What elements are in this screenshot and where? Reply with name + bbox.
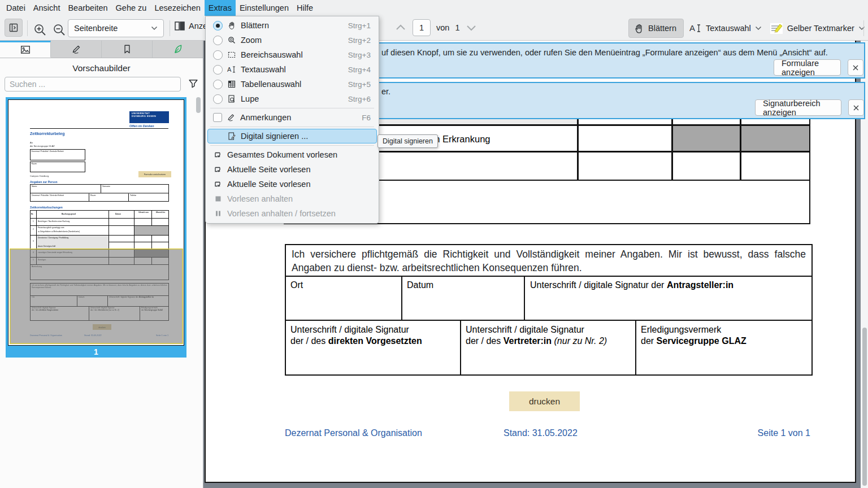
mini-field-room: Raum bbox=[30, 162, 85, 172]
sidebar: Vorschaubilder Suchen ... UNIVERSITÄTDUI… bbox=[0, 41, 203, 488]
menu-item-digital-signieren[interactable]: Digital signieren ... bbox=[207, 129, 377, 143]
green-quill-icon bbox=[173, 44, 183, 54]
menu-separator bbox=[210, 108, 374, 108]
radio-unchecked bbox=[213, 50, 223, 60]
browse-tool-button[interactable]: Blättern bbox=[628, 19, 684, 38]
next-page-icon[interactable] bbox=[465, 24, 478, 32]
menu-item-anmerkungen[interactable]: Anmerkungen F6 bbox=[207, 110, 377, 125]
menu-item-zoom[interactable]: Zoom Strg+2 bbox=[207, 33, 377, 47]
okular-window: Datei Ansicht Bearbeiten Gehe zu Lesezei… bbox=[0, 0, 868, 488]
stop-icon bbox=[213, 194, 223, 203]
menu-item-gesamtes-dokument-vorlesen[interactable]: Gesamtes Dokument vorlesen bbox=[207, 147, 377, 162]
page-of-label: von bbox=[436, 23, 449, 32]
zoom-out-icon bbox=[52, 23, 67, 37]
menu-item-textauswahl[interactable]: A Textauswahl Strg+4 bbox=[207, 62, 377, 77]
magnifier-page-icon bbox=[227, 94, 237, 103]
selection-rect-icon bbox=[227, 50, 237, 59]
zoom-in-icon bbox=[33, 23, 47, 37]
hand-icon bbox=[633, 23, 644, 34]
current-page-input[interactable]: 1 bbox=[413, 19, 431, 36]
row4-gray-cell-to bbox=[740, 125, 809, 151]
menu-separator bbox=[210, 145, 374, 146]
sidebar-scrollbar-thumb[interactable] bbox=[196, 97, 201, 113]
toolbar: Seitenbreite Anzeig 1 von 1 bbox=[0, 16, 868, 41]
thumbnail-page-number: 1 bbox=[6, 347, 186, 358]
menu-gehe-zu[interactable]: Gehe zu bbox=[112, 0, 151, 16]
print-button[interactable]: drucken bbox=[509, 391, 580, 411]
toolbar-right-group: Blättern A Textauswahl Gelber Textmarker bbox=[628, 19, 867, 38]
tab-annotations[interactable] bbox=[51, 41, 102, 58]
thumbnail-search-input[interactable]: Suchen ... bbox=[5, 77, 181, 91]
zoom-out-button[interactable] bbox=[52, 20, 67, 40]
highlighter-icon bbox=[770, 22, 783, 34]
menu-item-lupe[interactable]: Lupe Strg+6 bbox=[207, 91, 377, 106]
pen-icon bbox=[226, 113, 236, 122]
sidebar-tabs bbox=[0, 41, 203, 58]
mini-section-person: Angaben zur Person bbox=[30, 180, 58, 184]
mini-reset-button: Formular zurücksetzen bbox=[138, 171, 171, 177]
applicant-signature-label: Unterschrift / digitale Signatur der Ant… bbox=[530, 280, 734, 290]
speak-icon bbox=[213, 165, 223, 174]
tab-signatures[interactable] bbox=[153, 41, 203, 58]
show-signature-area-button[interactable]: Signaturbereich anzeigen bbox=[755, 99, 841, 116]
close-notification-button[interactable] bbox=[848, 99, 864, 116]
sidebar-panel-icon bbox=[8, 23, 19, 33]
menu-item-blaettern[interactable]: Blättern Strg+1 bbox=[207, 18, 377, 33]
menu-item-bereichsauswahl[interactable]: Bereichsauswahl Strg+3 bbox=[207, 47, 377, 62]
menu-item-aktuelle-seite-vorlesen[interactable]: Aktuelle Seite vorlesen bbox=[207, 162, 377, 177]
scrollbar-thumb[interactable] bbox=[862, 328, 867, 486]
ort-label: Ort bbox=[290, 280, 303, 290]
zoom-mode-value: Seitenbreite bbox=[74, 24, 151, 33]
mini-section-bookings: Zeitkorrekturbuchungen bbox=[30, 206, 63, 209]
sidebar-toggle-button[interactable] bbox=[5, 19, 23, 37]
search-placeholder: Suchen ... bbox=[10, 80, 45, 89]
signature-notification-text: er. bbox=[381, 87, 390, 96]
mini-field-dept: Dezernat / Fakultät / Zentrale Einheit bbox=[30, 149, 85, 160]
menu-datei[interactable]: Datei bbox=[2, 0, 29, 16]
menu-einstellungen[interactable]: Einstellungen bbox=[236, 0, 293, 16]
menu-extras[interactable]: Extras bbox=[205, 0, 236, 16]
menu-ansicht[interactable]: Ansicht bbox=[29, 0, 64, 16]
previous-page-icon[interactable] bbox=[394, 24, 407, 32]
text-selection-tool[interactable]: A Textauswahl bbox=[687, 23, 764, 33]
show-forms-button[interactable]: Formulare anzeigen bbox=[774, 59, 841, 76]
zoom-in-button[interactable] bbox=[33, 20, 47, 40]
menu-item-aktuelle-seite-vorlesen-2[interactable]: Aktuelle Seite vorlesen bbox=[207, 177, 377, 191]
hand-icon bbox=[227, 21, 237, 30]
tab-thumbnails[interactable] bbox=[0, 41, 51, 58]
supervisor-signature-label: Unterschrift / digitale Signaturder / de… bbox=[290, 324, 422, 347]
highlighter-tool[interactable]: Gelber Textmarker bbox=[767, 22, 867, 34]
radio-unchecked bbox=[213, 65, 223, 75]
menu-bearbeiten[interactable]: Bearbeiten bbox=[64, 0, 111, 16]
menu-hilfe[interactable]: Hilfe bbox=[293, 0, 317, 16]
mini-person-table: Name Vorname Dezernat / Fakultät / Zentr… bbox=[30, 184, 169, 202]
filter-icon[interactable] bbox=[188, 78, 199, 89]
text-selection-label: Textauswahl bbox=[706, 24, 751, 33]
table-border bbox=[577, 118, 579, 181]
deputy-signature-label: Unterschrift / digitale Signaturder / de… bbox=[466, 324, 607, 347]
checkbox-unchecked bbox=[213, 113, 222, 122]
mini-campus: Campus: Duisburg bbox=[30, 175, 49, 177]
bookmark-icon bbox=[122, 44, 132, 54]
toolbar-separator bbox=[27, 20, 28, 36]
tab-bookmarks[interactable] bbox=[102, 41, 153, 58]
close-icon bbox=[852, 64, 859, 71]
thumbnail-page-1[interactable]: UNIVERSITÄTDUISBURG ESSEN Offen im Denke… bbox=[6, 97, 186, 358]
datum-label: Datum bbox=[407, 280, 433, 290]
highlighter-label: Gelber Textmarker bbox=[787, 24, 854, 33]
menu-item-vorlesen-anhalten: Vorlesen anhalten bbox=[207, 191, 377, 206]
speak-icon bbox=[213, 180, 223, 189]
chevron-down-icon[interactable] bbox=[755, 26, 762, 30]
menu-item-tabellenauswahl[interactable]: Tabellenauswahl Strg+5 bbox=[207, 77, 377, 91]
close-notification-button[interactable] bbox=[848, 59, 863, 76]
menu-lesezeichen[interactable]: Lesezeichen bbox=[150, 0, 204, 16]
ude-logo: UNIVERSITÄTDUISBURG ESSEN bbox=[129, 111, 169, 123]
menubar: Datei Ansicht Bearbeiten Gehe zu Lesezei… bbox=[0, 0, 868, 16]
glaz-note-label: Erledigungsvermerkder Servicegruppe GLAZ bbox=[641, 324, 747, 347]
table-border bbox=[635, 321, 636, 374]
zoom-mode-combobox[interactable]: Seitenbreite bbox=[68, 19, 164, 37]
pause-icon bbox=[213, 209, 223, 218]
forms-notification-text: uf diesen Knopf, um sie zu verwenden, od… bbox=[381, 48, 828, 57]
mini-signature-area-highlight bbox=[10, 249, 183, 344]
two-pages-icon bbox=[174, 20, 185, 32]
